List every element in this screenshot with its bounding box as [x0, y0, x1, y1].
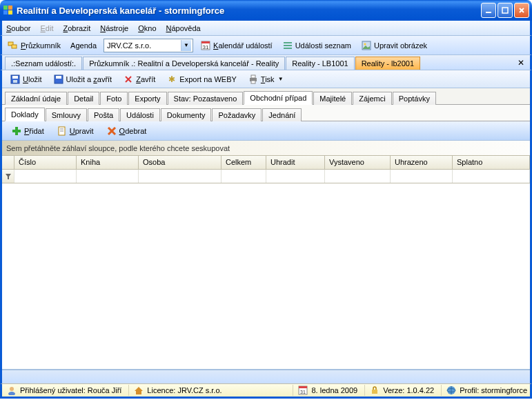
tab-smlouvy[interactable]: Smlouvy — [46, 108, 87, 121]
filter-icon[interactable] — [2, 170, 14, 183]
seznam-button[interactable]: Události seznam — [279, 39, 354, 52]
svg-rect-13 — [284, 42, 292, 43]
menu-nastroje[interactable]: Nástroje — [100, 24, 128, 32]
filter-celkem[interactable] — [221, 170, 266, 183]
svg-rect-42 — [372, 390, 377, 394]
globe-icon — [446, 385, 457, 396]
grid-body[interactable] — [2, 183, 530, 370]
tab-zakladni[interactable]: Základní údaje — [5, 92, 67, 105]
tab-doklady[interactable]: Doklady — [5, 108, 45, 121]
upper-tabs: Základní údaje Detail Foto Exporty Stav:… — [2, 88, 530, 105]
tab-majitele[interactable]: Majitelé — [313, 92, 352, 105]
svg-rect-0 — [3, 6, 8, 10]
col-uhrazeno[interactable]: Uhrazeno — [391, 156, 453, 169]
svg-rect-15 — [284, 48, 292, 49]
tab-detail[interactable]: Detail — [68, 92, 99, 105]
col-cislo[interactable]: Číslo — [14, 156, 77, 169]
export-weby-button[interactable]: ✱ Export na WEBY — [161, 72, 242, 87]
col-vystaveno[interactable]: Vystaveno — [325, 156, 391, 169]
window-title: Realitní a Developerská kancelář - storm… — [17, 6, 224, 16]
svg-rect-1 — [8, 6, 12, 10]
tab-poptavky[interactable]: Poptávky — [393, 92, 436, 105]
doctab-pruzkumnik[interactable]: Průzkumník .: Realitní a Developerská ka… — [83, 57, 285, 70]
close-button[interactable] — [514, 3, 529, 18]
doctab-seznam[interactable]: .:Seznam událostí:. — [5, 57, 82, 70]
group-text: Sem přetáhněte záhlaví sloupce, podle kt… — [6, 144, 230, 152]
svg-point-36 — [10, 387, 14, 391]
tab-obchodni[interactable]: Obchodní případ — [244, 91, 313, 105]
tab-zajemci[interactable]: Zájemci — [353, 92, 392, 105]
content-footer — [2, 370, 530, 383]
agenda-combo[interactable]: JRV.CZ s.r.o. ▼ — [104, 39, 193, 52]
chevron-down-icon[interactable]: ▼ — [181, 40, 191, 51]
filter-uhradit[interactable] — [266, 170, 325, 183]
svg-rect-29 — [12, 130, 21, 132]
save-button[interactable]: Uložit — [5, 72, 47, 87]
lower-tabs: Doklady Smlouvy Pošta Události Dokumenty… — [2, 105, 530, 121]
svg-text:31: 31 — [203, 44, 209, 50]
agenda-label: Agenda — [68, 40, 99, 51]
kalendar-button[interactable]: 31 Kalendář událostí — [197, 39, 275, 52]
tab-dokumenty[interactable]: Dokumenty — [161, 108, 212, 121]
close-record-button[interactable]: Zavřít — [118, 72, 160, 87]
maximize-button[interactable] — [497, 3, 513, 18]
tab-jednani[interactable]: Jednání — [262, 108, 302, 121]
grid-toolbar: Přidat Upravit Odebrat — [2, 121, 530, 141]
main-toolbar: Průzkumník Agenda JRV.CZ s.r.o. ▼ 31 Kal… — [0, 36, 532, 55]
tab-foto[interactable]: Foto — [100, 92, 128, 105]
status-licence: Licence: JRV.CZ s.r.o. — [128, 385, 221, 396]
svg-rect-9 — [12, 45, 17, 48]
svg-text:31: 31 — [301, 390, 306, 394]
menu-soubor[interactable]: Soubor — [6, 24, 30, 32]
doctab-lb1001[interactable]: Reality - LB1001 — [286, 57, 354, 70]
filter-uhrazeno[interactable] — [391, 170, 453, 183]
filter-osoba[interactable] — [139, 170, 221, 183]
tab-pozadavky[interactable]: Požadavky — [212, 108, 262, 121]
group-panel[interactable]: Sem přetáhněte záhlaví sloupce, podle kt… — [2, 141, 530, 156]
tab-udalosti[interactable]: Události — [120, 108, 160, 121]
tab-posta[interactable]: Pošta — [88, 108, 119, 121]
col-uhradit[interactable]: Uhradit — [266, 156, 325, 169]
menu-bar: Soubor Edit Zobrazit Nástroje Okno Nápov… — [0, 21, 532, 36]
doctab-lb2001[interactable]: Reality - lb2001 — [355, 57, 420, 70]
col-splatno[interactable]: Splatno — [453, 156, 530, 169]
image-icon — [361, 40, 372, 51]
svg-rect-14 — [284, 45, 292, 46]
status-profile: Profil: stormingforce — [441, 385, 527, 396]
col-celkem[interactable]: Celkem — [221, 156, 266, 169]
add-button[interactable]: Přidat — [6, 123, 49, 139]
plus-icon — [11, 126, 22, 137]
tab-close-icon[interactable]: ✕ — [518, 58, 524, 68]
filter-row — [2, 170, 530, 183]
menu-napoveda[interactable]: Nápověda — [166, 24, 201, 32]
filter-cislo[interactable] — [14, 170, 77, 183]
lock-icon — [369, 385, 380, 396]
svg-rect-11 — [201, 41, 210, 43]
svg-rect-26 — [251, 75, 255, 78]
remove-button[interactable]: Odebrat — [101, 123, 152, 139]
pruzkumnik-button[interactable]: Průzkumník — [5, 39, 63, 52]
star-icon: ✱ — [166, 74, 177, 85]
menu-okno[interactable]: Okno — [138, 24, 156, 32]
filter-vystaveno[interactable] — [325, 170, 391, 183]
title-bar: Realitní a Developerská kancelář - storm… — [0, 0, 532, 21]
filter-kniha[interactable] — [77, 170, 139, 183]
svg-marker-38 — [135, 387, 143, 394]
col-osoba[interactable]: Osoba — [139, 156, 221, 169]
save-icon — [10, 74, 21, 85]
save-close-button[interactable]: Uložit a zavřít — [48, 72, 117, 87]
tab-stav[interactable]: Stav: Pozastaveno — [168, 92, 244, 105]
print-button[interactable]: Tisk ▼ — [243, 72, 288, 87]
filter-splatno[interactable] — [453, 170, 530, 183]
record-toolbar: Uložit Uložit a zavřít Zavřít ✱ Export n… — [2, 70, 530, 88]
svg-marker-35 — [6, 174, 11, 179]
menu-zobrazit[interactable]: Zobrazit — [63, 24, 90, 32]
svg-rect-40 — [299, 386, 307, 388]
minimize-button[interactable] — [481, 3, 496, 18]
status-user: Přihlášený uživatel: Rouča Jiří — [5, 385, 121, 396]
edit-button[interactable]: Upravit — [52, 123, 99, 139]
svg-point-17 — [364, 43, 366, 45]
obrazek-button[interactable]: Upravit obrázek — [358, 39, 430, 52]
col-kniha[interactable]: Kniha — [77, 156, 139, 169]
tab-exporty[interactable]: Exporty — [128, 92, 166, 105]
